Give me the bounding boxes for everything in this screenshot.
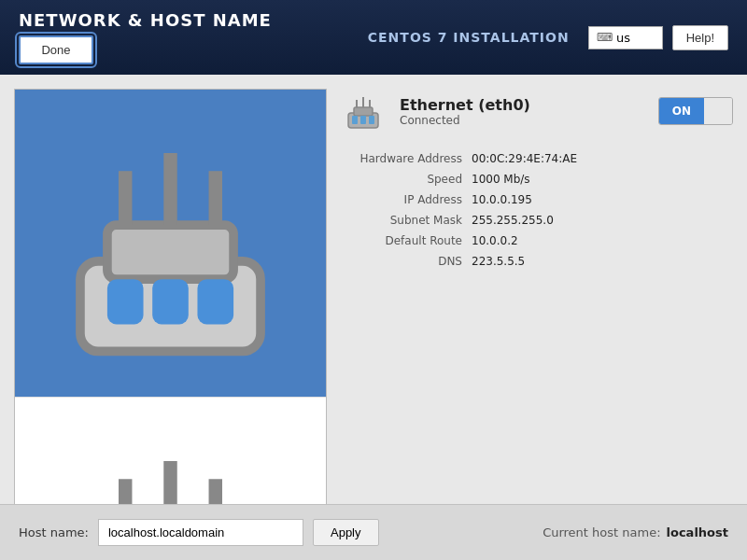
bottom-bar: Host name: Apply Current host name: loca… xyxy=(0,504,747,560)
toggle-switch[interactable]: ON xyxy=(658,97,733,125)
interface-item-eth1[interactable]: Ethernet (eth1) Intel Corporation 82545E… xyxy=(15,398,326,511)
page-title: NETWORK & HOST NAME xyxy=(19,10,272,30)
done-button[interactable]: Done xyxy=(19,35,93,64)
toggle-on-label[interactable]: ON xyxy=(659,98,704,124)
svg-rect-1 xyxy=(107,225,233,279)
svg-rect-23 xyxy=(369,116,374,124)
ethernet-icon-eth1 xyxy=(26,407,315,511)
svg-rect-17 xyxy=(354,107,373,116)
keyboard-icon: ⌨ xyxy=(597,31,613,44)
detail-grid: Hardware Address 00:0C:29:4E:74:AE Speed… xyxy=(341,152,733,268)
subnet-label: Subnet Mask xyxy=(341,214,472,227)
route-value: 10.0.0.2 xyxy=(472,234,733,247)
speed-label: Speed xyxy=(341,173,472,186)
help-button[interactable]: Help! xyxy=(672,25,728,50)
interface-list: Ethernet (eth0) Intel Corporation 82545E… xyxy=(14,89,327,511)
svg-rect-21 xyxy=(352,116,358,124)
dns-value: 223.5.5.5 xyxy=(472,255,733,268)
header: NETWORK & HOST NAME Done CENTOS 7 INSTAL… xyxy=(0,0,747,75)
svg-rect-7 xyxy=(197,279,233,324)
header-right: CENTOS 7 INSTALLATION ⌨ us Help! xyxy=(368,25,728,50)
hostname-label: Host name: xyxy=(19,525,89,539)
apply-button[interactable]: Apply xyxy=(313,519,379,546)
device-header: Ethernet (eth0) Connected ON xyxy=(341,89,733,133)
current-host-value: localhost xyxy=(667,525,728,539)
device-name: Ethernet (eth0) xyxy=(400,96,530,114)
right-panel: Ethernet (eth0) Connected ON Hardware Ad… xyxy=(341,89,733,546)
centos-title: CENTOS 7 INSTALLATION xyxy=(368,30,570,45)
svg-rect-22 xyxy=(360,116,366,124)
ip-label: IP Address xyxy=(341,193,472,206)
ip-value: 10.0.0.195 xyxy=(472,193,733,206)
main-content: Ethernet (eth0) Intel Corporation 82545E… xyxy=(0,75,747,560)
toggle-off-area[interactable] xyxy=(704,98,732,124)
interface-item-eth0[interactable]: Ethernet (eth0) Intel Corporation 82545E… xyxy=(15,90,326,398)
iface-info-eth0: Ethernet (eth0) Intel Corporation 82545E… xyxy=(326,230,327,257)
route-label: Default Route xyxy=(341,234,472,247)
device-ethernet-icon xyxy=(341,89,386,133)
dns-label: DNS xyxy=(341,255,472,268)
iface-name-eth0: Ethernet (eth0) xyxy=(326,230,327,245)
keyboard-value: us xyxy=(616,31,630,45)
header-left: NETWORK & HOST NAME Done xyxy=(19,10,272,64)
ethernet-icon-eth0 xyxy=(26,99,315,387)
device-status: Connected xyxy=(400,114,530,127)
hardware-address-label: Hardware Address xyxy=(341,152,472,165)
subnet-value: 255.255.255.0 xyxy=(472,214,733,227)
current-host-section: Current host name: localhost xyxy=(543,525,728,539)
svg-rect-6 xyxy=(152,279,189,324)
left-panel: Ethernet (eth0) Intel Corporation 82545E… xyxy=(14,89,327,546)
svg-rect-5 xyxy=(107,279,144,324)
speed-value: 1000 Mb/s xyxy=(472,173,733,186)
keyboard-input[interactable]: ⌨ us xyxy=(588,26,663,49)
current-host-label: Current host name: xyxy=(543,525,660,539)
hardware-address-value: 00:0C:29:4E:74:AE xyxy=(472,152,733,165)
iface-desc-eth0: Intel Corporation 82545EM Gigabit Ethern… xyxy=(326,245,327,257)
hostname-input[interactable] xyxy=(98,519,303,546)
device-info: Ethernet (eth0) Connected xyxy=(400,96,530,127)
